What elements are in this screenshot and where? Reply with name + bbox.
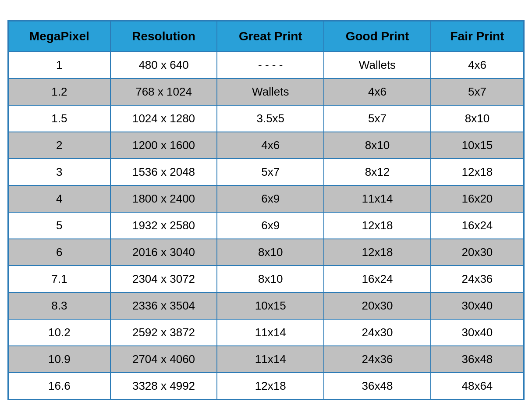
header-row: MegaPixel Resolution Great Print Good Pr…: [8, 21, 524, 52]
cell-great-print: 3.5x5: [217, 105, 324, 132]
cell-fair-print: 8x10: [431, 105, 524, 132]
table-row: 41800 x 24006x911x1416x20: [8, 185, 524, 212]
cell-fair-print: 5x7: [431, 78, 524, 105]
cell-great-print: Wallets: [217, 78, 324, 105]
table-row: 31536 x 20485x78x1212x18: [8, 159, 524, 185]
table-row: 1480 x 640- - - -Wallets4x6: [8, 52, 524, 78]
cell-good-print: 16x24: [324, 266, 431, 292]
cell-resolution: 768 x 1024: [110, 78, 217, 105]
cell-good-print: 24x36: [324, 346, 431, 373]
cell-megapixel: 1: [8, 52, 110, 78]
main-container: MegaPixel Resolution Great Print Good Pr…: [7, 20, 525, 400]
cell-resolution: 1536 x 2048: [110, 159, 217, 185]
header-good-print: Good Print: [324, 21, 431, 52]
megapixel-table: MegaPixel Resolution Great Print Good Pr…: [7, 20, 525, 400]
cell-good-print: 20x30: [324, 292, 431, 319]
cell-good-print: 36x48: [324, 373, 431, 400]
cell-megapixel: 2: [8, 132, 110, 159]
cell-megapixel: 1.2: [8, 78, 110, 105]
table-row: 21200 x 16004x68x1010x15: [8, 132, 524, 159]
cell-fair-print: 24x36: [431, 266, 524, 292]
cell-great-print: 10x15: [217, 292, 324, 319]
cell-fair-print: 16x20: [431, 185, 524, 212]
table-row: 51932 x 25806x912x1816x24: [8, 212, 524, 239]
table-row: 8.32336 x 350410x1520x3030x40: [8, 292, 524, 319]
cell-fair-print: 36x48: [431, 346, 524, 373]
cell-resolution: 2704 x 4060: [110, 346, 217, 373]
cell-fair-print: 48x64: [431, 373, 524, 400]
cell-resolution: 480 x 640: [110, 52, 217, 78]
cell-resolution: 1800 x 2400: [110, 185, 217, 212]
cell-resolution: 3328 x 4992: [110, 373, 217, 400]
cell-megapixel: 5: [8, 212, 110, 239]
cell-fair-print: 10x15: [431, 132, 524, 159]
header-fair-print: Fair Print: [431, 21, 524, 52]
table-row: 1.51024 x 12803.5x55x78x10: [8, 105, 524, 132]
cell-good-print: 8x12: [324, 159, 431, 185]
cell-megapixel: 10.9: [8, 346, 110, 373]
cell-resolution: 2016 x 3040: [110, 239, 217, 266]
cell-resolution: 1932 x 2580: [110, 212, 217, 239]
cell-good-print: Wallets: [324, 52, 431, 78]
cell-good-print: 12x18: [324, 239, 431, 266]
cell-good-print: 5x7: [324, 105, 431, 132]
cell-great-print: 8x10: [217, 239, 324, 266]
cell-resolution: 2336 x 3504: [110, 292, 217, 319]
header-megapixel: MegaPixel: [8, 21, 110, 52]
cell-megapixel: 6: [8, 239, 110, 266]
cell-megapixel: 8.3: [8, 292, 110, 319]
cell-great-print: 5x7: [217, 159, 324, 185]
cell-megapixel: 16.6: [8, 373, 110, 400]
cell-good-print: 12x18: [324, 212, 431, 239]
cell-fair-print: 12x18: [431, 159, 524, 185]
cell-resolution: 2304 x 3072: [110, 266, 217, 292]
cell-great-print: 4x6: [217, 132, 324, 159]
table-row: 1.2768 x 1024Wallets4x65x7: [8, 78, 524, 105]
cell-resolution: 1024 x 1280: [110, 105, 217, 132]
cell-megapixel: 7.1: [8, 266, 110, 292]
cell-megapixel: 1.5: [8, 105, 110, 132]
cell-good-print: 24x30: [324, 319, 431, 346]
cell-great-print: 8x10: [217, 266, 324, 292]
cell-great-print: - - - -: [217, 52, 324, 78]
cell-great-print: 6x9: [217, 185, 324, 212]
cell-resolution: 1200 x 1600: [110, 132, 217, 159]
cell-good-print: 11x14: [324, 185, 431, 212]
cell-megapixel: 3: [8, 159, 110, 185]
table-row: 10.22592 x 387211x1424x3030x40: [8, 319, 524, 346]
cell-great-print: 11x14: [217, 346, 324, 373]
cell-good-print: 4x6: [324, 78, 431, 105]
cell-great-print: 11x14: [217, 319, 324, 346]
cell-megapixel: 4: [8, 185, 110, 212]
cell-fair-print: 20x30: [431, 239, 524, 266]
table-row: 16.63328 x 499212x1836x4848x64: [8, 373, 524, 400]
table-row: 62016 x 30408x1012x1820x30: [8, 239, 524, 266]
header-resolution: Resolution: [110, 21, 217, 52]
cell-fair-print: 16x24: [431, 212, 524, 239]
cell-resolution: 2592 x 3872: [110, 319, 217, 346]
cell-fair-print: 30x40: [431, 292, 524, 319]
cell-great-print: 12x18: [217, 373, 324, 400]
cell-fair-print: 30x40: [431, 319, 524, 346]
cell-megapixel: 10.2: [8, 319, 110, 346]
cell-fair-print: 4x6: [431, 52, 524, 78]
cell-great-print: 6x9: [217, 212, 324, 239]
cell-good-print: 8x10: [324, 132, 431, 159]
table-row: 7.12304 x 30728x1016x2424x36: [8, 266, 524, 292]
header-great-print: Great Print: [217, 21, 324, 52]
table-row: 10.92704 x 406011x1424x3636x48: [8, 346, 524, 373]
